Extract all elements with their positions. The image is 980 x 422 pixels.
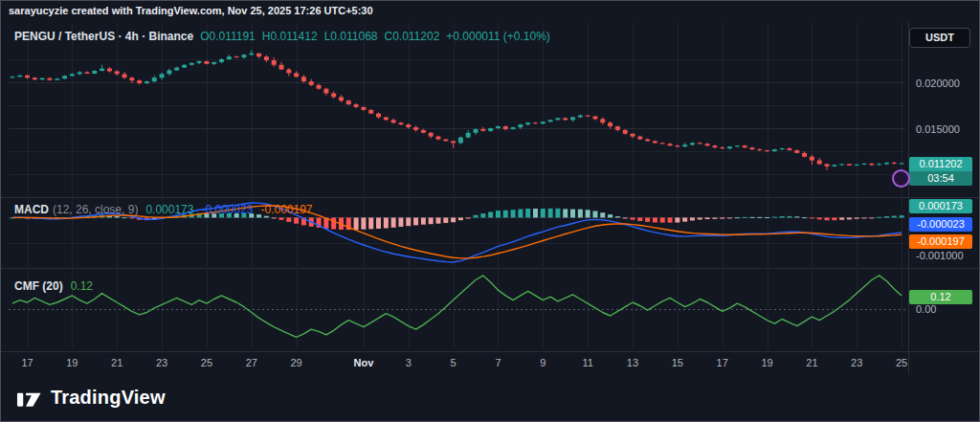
cmf-line (12, 276, 902, 337)
time-axis-label: 17 (717, 357, 728, 368)
asset-logo-bubble[interactable] (892, 169, 910, 188)
macd-hist-value: 0.000173 (145, 203, 193, 216)
price-axis-label: 0.020000 (916, 78, 960, 89)
time-axis-label: 21 (806, 357, 817, 368)
macd-signal-badge: -0.000197 (909, 234, 972, 249)
time-axis-label: 3 (406, 357, 412, 368)
time-axis-label: 23 (156, 357, 167, 368)
open-value: 0.011191 (210, 30, 256, 43)
close-label: C (384, 30, 392, 43)
time-axis-label: 11 (582, 357, 592, 368)
tradingview-wordmark: TradingView (51, 387, 166, 409)
cmf-legend[interactable]: CMF (20)0.12 (14, 279, 93, 293)
time-axis-label: 15 (672, 357, 683, 368)
price-chart[interactable] (9, 23, 905, 196)
open-label: O (200, 30, 209, 43)
cmf-title[interactable]: CMF (20) (14, 279, 63, 293)
time-axis-label: 25 (896, 357, 907, 368)
panel-divider[interactable] (1, 268, 979, 269)
macd-line-value: -0.000023 (201, 203, 253, 216)
cmf-chart[interactable] (9, 270, 905, 348)
grid (9, 23, 905, 196)
last-price-badge: 0.011202 03:54 (909, 157, 972, 186)
close-value: 0.011202 (392, 30, 439, 43)
currency-toggle-button[interactable]: USDT (909, 28, 970, 48)
price-axis-label: 0.015000 (916, 123, 960, 135)
time-axis-label: 5 (451, 357, 457, 368)
time-axis-label: 17 (21, 357, 33, 368)
time-axis-label: 23 (851, 357, 862, 368)
cmf-axis-label: 0.00 (916, 303, 936, 315)
symbol-title[interactable]: PENGU / TetherUS · 4h · Binance (14, 30, 193, 43)
macd-legend[interactable]: MACD(12, 26, close, 9)0.000173-0.000023-… (14, 203, 313, 216)
time-axis-label: 19 (66, 357, 78, 368)
time-axis-label: 19 (761, 357, 772, 368)
last-price-value: 0.011202 (909, 157, 972, 171)
time-axis-label: 21 (111, 357, 122, 368)
time-axis-label: 7 (495, 357, 501, 368)
high-value: 0.011412 (270, 30, 317, 43)
time-axis-label: 9 (540, 357, 546, 368)
time-axis-label: 25 (201, 357, 212, 368)
attribution-text: sarayucyzie created with TradingView.com… (9, 5, 373, 16)
macd-signal-value: -0.000197 (261, 203, 313, 216)
symbol-legend[interactable]: PENGU / TetherUS · 4h · BinanceO0.011191… (14, 30, 550, 43)
time-axis-divider (1, 351, 979, 352)
cmf-badge: 0.12 (909, 290, 972, 304)
price-scale-divider (908, 22, 909, 374)
cmf-value: 0.12 (71, 279, 93, 293)
tradingview-footer[interactable]: TradingView (16, 386, 166, 409)
macd-params: (12, 26, close, 9) (53, 203, 138, 216)
tradingview-logo-icon (16, 386, 42, 409)
change-value: +0.000011 (+0.10%) (446, 30, 550, 43)
tradingview-snapshot: sarayucyzie created with TradingView.com… (0, 0, 980, 422)
macd-line-badge: -0.000023 (909, 217, 972, 232)
macd-title[interactable]: MACD (14, 203, 49, 216)
time-axis-label: 27 (246, 357, 257, 368)
time-axis-label: 29 (290, 357, 301, 368)
macd-hist-badge: 0.000173 (909, 199, 972, 213)
bar-countdown: 03:54 (909, 171, 972, 186)
time-axis-label: Nov (354, 357, 374, 368)
low-value: 0.011068 (330, 30, 377, 43)
panel-divider[interactable] (1, 197, 979, 198)
macd-axis-label: -0.001000 (916, 250, 964, 261)
time-axis-label: 13 (627, 357, 638, 368)
